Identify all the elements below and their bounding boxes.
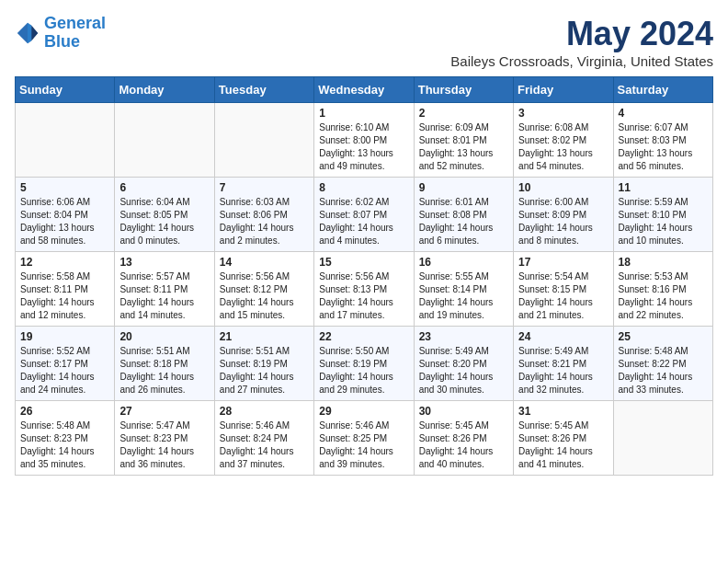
day-number: 30 [419, 405, 508, 418]
day-info: Sunrise: 6:06 AMSunset: 8:04 PMDaylight:… [20, 196, 109, 247]
logo: General Blue [15, 15, 106, 52]
calendar-cell: 12Sunrise: 5:58 AMSunset: 8:11 PMDayligh… [16, 252, 115, 327]
day-info: Sunrise: 6:03 AMSunset: 8:06 PMDaylight:… [220, 196, 309, 247]
calendar-cell: 25Sunrise: 5:48 AMSunset: 8:22 PMDayligh… [613, 327, 712, 401]
day-number: 11 [619, 181, 708, 194]
calendar-cell: 14Sunrise: 5:56 AMSunset: 8:12 PMDayligh… [214, 252, 313, 327]
logo-line2: Blue [44, 32, 80, 51]
calendar-cell: 23Sunrise: 5:49 AMSunset: 8:20 PMDayligh… [414, 327, 513, 401]
calendar-week-4: 19Sunrise: 5:52 AMSunset: 8:17 PMDayligh… [16, 327, 713, 401]
day-number: 18 [619, 256, 708, 269]
day-number: 5 [20, 181, 109, 194]
calendar-cell: 21Sunrise: 5:51 AMSunset: 8:19 PMDayligh… [214, 327, 313, 401]
day-info: Sunrise: 6:00 AMSunset: 8:09 PMDaylight:… [518, 196, 608, 247]
day-info: Sunrise: 6:09 AMSunset: 8:01 PMDaylight:… [419, 121, 508, 173]
day-info: Sunrise: 5:50 AMSunset: 8:19 PMDaylight:… [319, 345, 408, 396]
day-info: Sunrise: 5:47 AMSunset: 8:23 PMDaylight:… [119, 419, 209, 471]
day-number: 25 [619, 330, 708, 343]
calendar-cell [16, 103, 115, 178]
calendar-week-5: 26Sunrise: 5:48 AMSunset: 8:23 PMDayligh… [16, 401, 713, 476]
day-info: Sunrise: 5:53 AMSunset: 8:16 PMDaylight:… [619, 270, 708, 322]
day-number: 17 [518, 256, 608, 269]
day-info: Sunrise: 6:10 AMSunset: 8:00 PMDaylight:… [319, 121, 408, 173]
day-number: 16 [419, 256, 508, 269]
day-info: Sunrise: 5:48 AMSunset: 8:23 PMDaylight:… [20, 419, 109, 471]
calendar-cell: 27Sunrise: 5:47 AMSunset: 8:23 PMDayligh… [115, 401, 214, 476]
day-info: Sunrise: 6:02 AMSunset: 8:07 PMDaylight:… [319, 196, 408, 247]
day-number: 14 [220, 256, 309, 269]
calendar-cell: 5Sunrise: 6:06 AMSunset: 8:04 PMDaylight… [16, 178, 115, 252]
day-number: 2 [419, 107, 508, 120]
day-number: 3 [518, 107, 608, 120]
weekday-header-wednesday: Wednesday [314, 77, 414, 103]
logo-line1: General [44, 14, 106, 32]
day-number: 10 [518, 181, 608, 194]
svg-marker-1 [31, 25, 38, 40]
day-number: 1 [319, 107, 408, 120]
day-info: Sunrise: 5:45 AMSunset: 8:26 PMDaylight:… [419, 419, 508, 471]
day-number: 27 [119, 405, 209, 418]
day-info: Sunrise: 6:01 AMSunset: 8:08 PMDaylight:… [419, 196, 508, 247]
weekday-header-thursday: Thursday [414, 77, 513, 103]
day-info: Sunrise: 5:52 AMSunset: 8:17 PMDaylight:… [20, 345, 109, 396]
calendar-cell: 24Sunrise: 5:49 AMSunset: 8:21 PMDayligh… [514, 327, 613, 401]
calendar-cell [214, 103, 313, 178]
weekday-header-monday: Monday [115, 77, 214, 103]
calendar-cell: 22Sunrise: 5:50 AMSunset: 8:19 PMDayligh… [314, 327, 414, 401]
day-info: Sunrise: 5:56 AMSunset: 8:13 PMDaylight:… [319, 270, 408, 322]
logo-icon [15, 20, 40, 46]
calendar-cell: 9Sunrise: 6:01 AMSunset: 8:08 PMDaylight… [414, 178, 513, 252]
day-number: 29 [319, 405, 408, 418]
logo-text: General Blue [44, 15, 106, 52]
calendar-table: SundayMondayTuesdayWednesdayThursdayFrid… [15, 76, 713, 476]
day-info: Sunrise: 5:59 AMSunset: 8:10 PMDaylight:… [619, 196, 708, 247]
day-info: Sunrise: 5:46 AMSunset: 8:24 PMDaylight:… [220, 419, 309, 471]
calendar-cell: 13Sunrise: 5:57 AMSunset: 8:11 PMDayligh… [115, 252, 214, 327]
day-info: Sunrise: 5:55 AMSunset: 8:14 PMDaylight:… [419, 270, 508, 322]
weekday-header-sunday: Sunday [16, 77, 115, 103]
month-title: May 2024 [450, 15, 713, 53]
calendar-cell [115, 103, 214, 178]
day-info: Sunrise: 5:49 AMSunset: 8:21 PMDaylight:… [518, 345, 608, 396]
weekday-header-friday: Friday [514, 77, 613, 103]
day-number: 12 [20, 256, 109, 269]
day-info: Sunrise: 5:46 AMSunset: 8:25 PMDaylight:… [319, 419, 408, 471]
calendar-cell: 3Sunrise: 6:08 AMSunset: 8:02 PMDaylight… [514, 103, 613, 178]
day-number: 6 [119, 181, 209, 194]
weekday-header-saturday: Saturday [613, 77, 712, 103]
day-number: 19 [20, 330, 109, 343]
day-info: Sunrise: 5:56 AMSunset: 8:12 PMDaylight:… [220, 270, 309, 322]
calendar-cell: 10Sunrise: 6:00 AMSunset: 8:09 PMDayligh… [514, 178, 613, 252]
calendar-cell: 4Sunrise: 6:07 AMSunset: 8:03 PMDaylight… [613, 103, 712, 178]
day-number: 28 [220, 405, 309, 418]
day-number: 9 [419, 181, 508, 194]
day-info: Sunrise: 5:48 AMSunset: 8:22 PMDaylight:… [619, 345, 708, 396]
calendar-cell: 30Sunrise: 5:45 AMSunset: 8:26 PMDayligh… [414, 401, 513, 476]
calendar-cell: 8Sunrise: 6:02 AMSunset: 8:07 PMDaylight… [314, 178, 414, 252]
calendar-week-3: 12Sunrise: 5:58 AMSunset: 8:11 PMDayligh… [16, 252, 713, 327]
day-number: 7 [220, 181, 309, 194]
day-number: 20 [119, 330, 209, 343]
day-number: 4 [619, 107, 708, 120]
calendar-week-2: 5Sunrise: 6:06 AMSunset: 8:04 PMDaylight… [16, 178, 713, 252]
day-info: Sunrise: 6:07 AMSunset: 8:03 PMDaylight:… [619, 121, 708, 173]
day-info: Sunrise: 5:49 AMSunset: 8:20 PMDaylight:… [419, 345, 508, 396]
day-number: 26 [20, 405, 109, 418]
calendar-cell: 28Sunrise: 5:46 AMSunset: 8:24 PMDayligh… [214, 401, 313, 476]
location: Baileys Crossroads, Virginia, United Sta… [450, 53, 713, 69]
day-number: 31 [518, 405, 608, 418]
title-block: May 2024 Baileys Crossroads, Virginia, U… [450, 15, 713, 69]
day-info: Sunrise: 5:54 AMSunset: 8:15 PMDaylight:… [518, 270, 608, 322]
calendar-cell: 31Sunrise: 5:45 AMSunset: 8:26 PMDayligh… [514, 401, 613, 476]
day-info: Sunrise: 6:04 AMSunset: 8:05 PMDaylight:… [119, 196, 209, 247]
day-info: Sunrise: 5:57 AMSunset: 8:11 PMDaylight:… [119, 270, 209, 322]
calendar-week-1: 1Sunrise: 6:10 AMSunset: 8:00 PMDaylight… [16, 103, 713, 178]
calendar-cell: 19Sunrise: 5:52 AMSunset: 8:17 PMDayligh… [16, 327, 115, 401]
calendar-cell: 15Sunrise: 5:56 AMSunset: 8:13 PMDayligh… [314, 252, 414, 327]
calendar-cell: 20Sunrise: 5:51 AMSunset: 8:18 PMDayligh… [115, 327, 214, 401]
day-number: 13 [119, 256, 209, 269]
day-number: 15 [319, 256, 408, 269]
calendar-cell [613, 401, 712, 476]
day-info: Sunrise: 5:51 AMSunset: 8:18 PMDaylight:… [119, 345, 209, 396]
day-info: Sunrise: 5:51 AMSunset: 8:19 PMDaylight:… [220, 345, 309, 396]
